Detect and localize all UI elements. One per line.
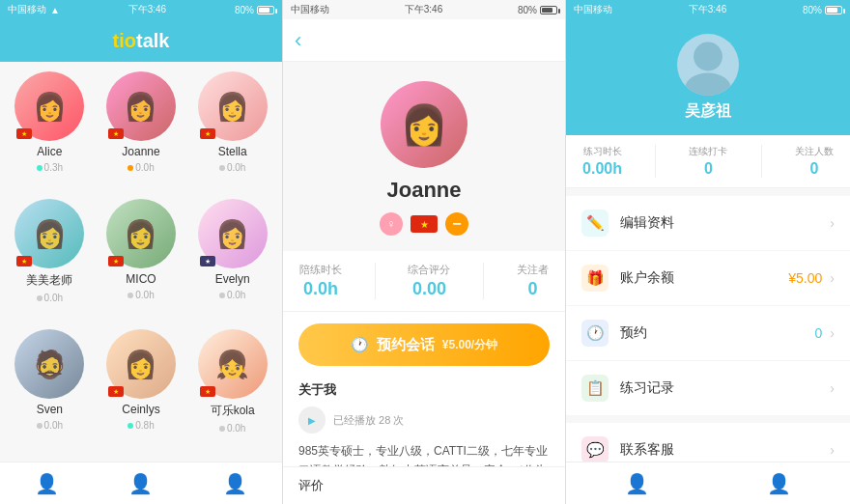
- name-joanne: Joanne: [122, 145, 159, 158]
- time-meimei: 0.0h: [37, 293, 63, 303]
- tutor-grid: 👩 ★ Alice 0.3h 👩 ★ Joanne 0.0h: [0, 62, 282, 462]
- booking-icon: 🕐: [581, 320, 609, 347]
- user-header: 吴彦祖: [566, 19, 850, 135]
- profile-badges: ♀ ★ −: [380, 212, 468, 236]
- nav-home-icon-3[interactable]: 👤: [625, 472, 649, 495]
- tutor-card-meimei[interactable]: 👩 ★ 美美老师 0.0h: [8, 199, 92, 322]
- edit-chevron: ›: [830, 215, 835, 231]
- bottom-nav-1: 👤 👤 👤: [0, 462, 282, 504]
- flag-evelyn: ★: [200, 256, 215, 266]
- profile-stats: 陪练时长 0.0h 综合评分 0.00 关注者 0: [283, 251, 565, 312]
- play-button[interactable]: ▶: [298, 406, 326, 434]
- unfollow-badge[interactable]: −: [445, 212, 468, 236]
- tutor-card-mico[interactable]: 👩 ★ MICO 0.0h: [99, 199, 184, 322]
- about-body: 985英专硕士，专业八级，CATTI二级，七年专业口语教学经验，熟知中英语言差异…: [298, 441, 550, 466]
- avatar-sven: 🧔: [14, 329, 84, 399]
- practice-chevron: ›: [830, 380, 835, 396]
- time-2: 下午3:46: [405, 3, 442, 16]
- time-alice: 0.3h: [37, 162, 63, 173]
- nav-profile-icon[interactable]: 👤: [223, 472, 247, 495]
- about-section: 关于我 ▶ 已经播放 28 次 985英专硕士，专业八级，CATTI二级，七年专…: [283, 378, 565, 466]
- menu-item-booking[interactable]: 🕐 预约 0 ›: [566, 306, 850, 361]
- time-kela: 0.0h: [219, 423, 245, 434]
- name-alice: Alice: [37, 145, 62, 158]
- svg-point-1: [686, 72, 731, 95]
- tutor-card-ceinlys[interactable]: 👩 ★ Ceinlys 0.8h: [99, 329, 184, 452]
- tutor-card-joanne[interactable]: 👩 ★ Joanne 0.0h: [99, 71, 184, 191]
- battery-2: [540, 6, 557, 14]
- phone-tutor-profile: 中国移动 下午3:46 80% ‹ 👩 Joanne ♀ ★ − 陪练时长 0.…: [283, 0, 566, 504]
- tutor-card-sven[interactable]: 🧔 Sven 0.0h: [8, 329, 92, 452]
- stat-followers: 关注者 0: [517, 263, 549, 299]
- bottom-nav-3: 👤 👤: [566, 462, 850, 504]
- back-button[interactable]: ‹: [295, 28, 301, 53]
- name-evelyn: Evelyn: [215, 272, 250, 286]
- tutor-card-stella[interactable]: 👩 ★ Stella 0.0h: [190, 71, 274, 191]
- menu-section-main: ✏️ 编辑资料 › 🎁 账户余额 ¥5.00 › 🕐 预约 0 › 📋 练习: [566, 196, 850, 415]
- user-hours-value: 0.00h: [582, 160, 622, 178]
- nav-profile-icon-3[interactable]: 👤: [767, 472, 791, 495]
- tutor-card-kela[interactable]: 👧 ★ 可乐kola 0.0h: [190, 329, 274, 452]
- profile-header: ‹: [283, 19, 565, 62]
- flag-kela: ★: [200, 386, 215, 397]
- status-bar-2: 中国移动 下午3:46 80%: [283, 0, 565, 19]
- stat-hours-value: 0.0h: [303, 279, 338, 299]
- dot-meimei: [37, 295, 42, 301]
- phone-user-profile: 中国移动 下午3:46 80% 吴彦祖 练习时长 0.00h 连续打卡 0: [566, 0, 850, 504]
- flag-ceinlys: ★: [108, 386, 124, 397]
- dot-joanne: [128, 165, 133, 171]
- review-bar[interactable]: 评价: [283, 466, 565, 504]
- svg-point-0: [694, 42, 722, 70]
- support-chevron: ›: [830, 442, 835, 458]
- booking-chevron: ›: [830, 325, 835, 341]
- status-bar-3: 中国移动 下午3:46 80%: [566, 0, 850, 19]
- name-stella: Stella: [218, 145, 247, 158]
- wifi-icon-1: ▲: [50, 5, 60, 15]
- flag-alice: ★: [16, 128, 32, 139]
- menu-item-edit[interactable]: ✏️ 编辑资料 ›: [566, 196, 850, 251]
- time-stella: 0.0h: [219, 162, 245, 173]
- flag-meimei: ★: [16, 256, 32, 266]
- stat-divider-1: [375, 263, 376, 299]
- menu-item-balance[interactable]: 🎁 账户余额 ¥5.00 ›: [566, 251, 850, 306]
- play-count: 已经播放 28 次: [333, 413, 404, 428]
- tutor-card-evelyn[interactable]: 👩 ★ Evelyn 0.0h: [190, 199, 274, 322]
- practice-icon: 📋: [581, 375, 609, 402]
- review-label: 评价: [298, 478, 324, 492]
- user-stats-bar: 练习时长 0.00h 连续打卡 0 关注人数 0: [566, 135, 850, 188]
- stat-followers-value: 0: [528, 279, 538, 299]
- name-kela: 可乐kola: [211, 403, 255, 419]
- signal-pct-1: 80%: [235, 5, 254, 15]
- book-button[interactable]: 🕐 预约会话 ¥5.00/分钟: [298, 323, 550, 366]
- carrier-3: 中国移动: [574, 3, 612, 16]
- name-meimei: 美美老师: [26, 272, 72, 289]
- time-joanne: 0.0h: [128, 162, 154, 173]
- clock-icon: 🕐: [351, 336, 369, 353]
- balance-label: 账户余额: [620, 269, 788, 287]
- about-title: 关于我: [298, 378, 550, 399]
- stat-div-2: [761, 145, 762, 178]
- user-stat-streak: 连续打卡 0: [689, 145, 727, 178]
- edit-label: 编辑资料: [620, 214, 830, 232]
- app-header: tiotalk: [0, 19, 282, 62]
- practice-label: 练习记录: [620, 379, 830, 397]
- user-streak-value: 0: [704, 160, 713, 178]
- user-followers-value: 0: [809, 160, 818, 178]
- menu-item-practice[interactable]: 📋 练习记录 ›: [566, 361, 850, 415]
- stat-rating-value: 0.00: [412, 279, 446, 299]
- time-mico: 0.0h: [128, 290, 154, 300]
- user-stat-followers: 关注人数 0: [795, 145, 834, 178]
- stat-rating-label: 综合评分: [408, 263, 450, 277]
- menu-list: ✏️ 编辑资料 › 🎁 账户余额 ¥5.00 › 🕐 预约 0 › 📋 练习: [566, 188, 850, 462]
- dot-kela: [219, 426, 225, 432]
- flag-stella: ★: [200, 128, 215, 139]
- book-price: ¥5.00/分钟: [442, 337, 497, 353]
- battery-1: [257, 6, 274, 14]
- booking-label: 预约: [620, 324, 815, 342]
- dot-evelyn: [219, 293, 225, 298]
- nav-home-icon[interactable]: 👤: [35, 472, 59, 495]
- nav-search-icon[interactable]: 👤: [128, 472, 153, 495]
- menu-item-support[interactable]: 💬 联系客服 ›: [566, 423, 850, 462]
- tutor-card-alice[interactable]: 👩 ★ Alice 0.3h: [8, 71, 92, 191]
- profile-hero: 👩 Joanne ♀ ★ −: [283, 62, 565, 251]
